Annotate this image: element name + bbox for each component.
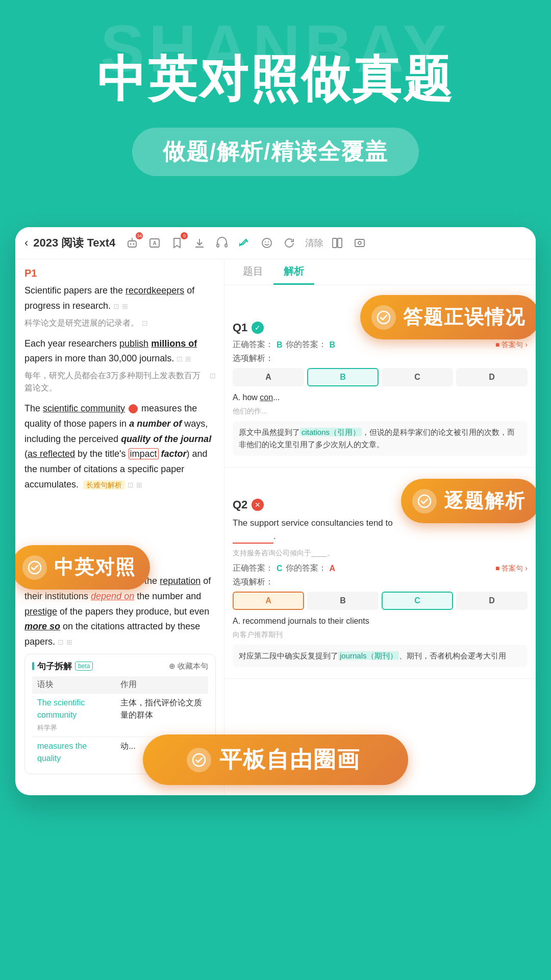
- toolbar-icons: 34 A 0: [123, 234, 527, 252]
- sentence-box-header: 句子拆解 beta ⊕ 收藏本句: [32, 660, 208, 672]
- q1-option-c[interactable]: C: [382, 368, 453, 386]
- q1-your-value: B: [330, 340, 336, 350]
- svg-point-4: [132, 238, 133, 239]
- q1-option-a[interactable]: A: [233, 368, 304, 386]
- q2-num: Q2: [233, 498, 247, 511]
- svg-rect-0: [128, 241, 136, 247]
- tab-analysis[interactable]: 解析: [273, 264, 314, 285]
- svg-point-13: [268, 241, 269, 242]
- svg-point-1: [130, 243, 132, 245]
- audio-icon-button[interactable]: [213, 234, 231, 252]
- hero-section: 中英对照做真题 做题/解析/精读全覆盖: [0, 0, 551, 197]
- correct-answers-check-icon: [371, 305, 396, 330]
- para-p1-text: Scientific papers are the recordkeepers …: [24, 283, 216, 313]
- svg-point-11: [262, 238, 271, 248]
- table-cell-block-1: The scientific community 科学界: [32, 693, 115, 737]
- q2-answer-row: 正确答案： C 你的答案： A ■ 答案句 ›: [233, 563, 528, 574]
- sentence-box-title: 句子拆解 beta: [32, 660, 93, 672]
- svg-point-19: [378, 311, 390, 324]
- table-cell-role-1: 主体，指代评价论文质量的群体: [115, 693, 208, 737]
- screenshot-icon-button[interactable]: [351, 234, 368, 252]
- q2-correct-value: C: [277, 564, 283, 573]
- tab-question[interactable]: 题目: [233, 264, 273, 285]
- table-header-role: 作用: [115, 676, 208, 694]
- q2-correct-label: 正确答案：: [233, 563, 273, 574]
- card-toolbar: ‹ 2023 阅读 Text4 34 A: [15, 227, 536, 259]
- q1-answer-sentence-link[interactable]: ■ 答案句 ›: [495, 340, 528, 350]
- card-body: P1 Scientific papers are the recordkeepe…: [15, 259, 536, 795]
- para-p3-text: The scientific community measures the qu…: [24, 401, 216, 492]
- q2-option-a-translation: 向客户推荐期刊: [233, 630, 528, 640]
- para-p2-translation: 每年，研究人员都会在3万多种期刊上发表数百万篇论文。 ⊡: [24, 370, 216, 394]
- para-p1-label: P1: [24, 267, 216, 279]
- q2-options-label: 选项解析：: [233, 577, 528, 587]
- free-draw-check-icon: [187, 748, 211, 772]
- q2-option-c[interactable]: C: [382, 592, 453, 610]
- para-p1-translation: 科学论文是研究进展的记录者。 ⊡: [24, 317, 216, 329]
- svg-rect-8: [217, 244, 219, 247]
- q1-option-a-text: A. how con...: [233, 391, 528, 404]
- svg-point-17: [358, 241, 361, 244]
- correct-answers-badge: 答题正误情况: [360, 295, 536, 339]
- clear-button[interactable]: 清除: [305, 237, 323, 249]
- svg-rect-14: [333, 238, 337, 248]
- q1-yours-label: 你的答案：: [286, 339, 327, 350]
- cn-en-badge-text: 中英对照: [54, 554, 136, 580]
- svg-point-21: [193, 754, 205, 766]
- beta-badge: beta: [75, 662, 93, 671]
- svg-rect-16: [355, 239, 364, 247]
- svg-point-2: [133, 243, 135, 245]
- step-analysis-badge-text: 逐题解析: [444, 488, 525, 514]
- svg-text:A: A: [153, 240, 157, 246]
- q2-your-value: A: [330, 564, 336, 573]
- hero-subtitle-box: 做题/解析/精读全覆盖: [132, 128, 419, 176]
- table-header-block: 语块: [32, 676, 115, 694]
- emoji-icon-button[interactable]: [258, 234, 276, 252]
- q1-options-label: 选项解析：: [233, 353, 528, 364]
- q1-options-grid: A B C D: [233, 368, 528, 386]
- highlight-icon-button[interactable]: [236, 234, 253, 252]
- q1-explanation: 原文中虽然提到了citations（引用），但说的是科学家们的论文被引用的次数，…: [233, 421, 528, 456]
- q1-correct-value: B: [277, 340, 283, 350]
- cn-en-check-icon: [22, 555, 47, 580]
- download-icon-button[interactable]: [191, 234, 208, 252]
- refresh-icon-button[interactable]: [281, 234, 298, 252]
- text-icon-button[interactable]: A: [146, 234, 163, 252]
- q2-option-a[interactable]: A: [233, 592, 304, 610]
- svg-point-20: [418, 495, 431, 507]
- hero-title: 中英对照做真题: [31, 51, 520, 107]
- right-tabs: 题目 解析: [224, 259, 536, 285]
- ai-icon-button[interactable]: 34: [123, 234, 141, 252]
- q1-option-b[interactable]: B: [307, 368, 379, 386]
- collect-sentence-button[interactable]: ⊕ 收藏本句: [169, 662, 208, 671]
- analysis-column: 题目 解析 答题正误情况 Q1 ✓: [224, 259, 536, 795]
- reading-text-column: P1 Scientific papers are the recordkeepe…: [15, 259, 224, 795]
- svg-rect-9: [225, 244, 227, 247]
- free-draw-badge: 平板自由圈画: [143, 734, 408, 785]
- table-cell-block-2: measures the quality: [32, 737, 115, 768]
- step-analysis-badge: 逐题解析: [401, 479, 536, 523]
- title-bar-decoration: [32, 662, 34, 670]
- column-icon-button[interactable]: [329, 234, 346, 252]
- free-draw-badge-text: 平板自由圈画: [219, 745, 360, 775]
- q2-answer-sentence-link[interactable]: ■ 答案句 ›: [495, 564, 528, 573]
- hero-subtitle: 做题/解析/精读全覆盖: [163, 139, 388, 164]
- q2-options-grid: A B C D: [233, 592, 528, 610]
- cn-en-badge: 中英对照: [15, 545, 150, 590]
- q1-answer-row: 正确答案： B 你的答案： B ■ 答案句 ›: [233, 339, 528, 350]
- q2-explanation: 对应第二段中确实反复提到了journals（期刊）、期刊，否者机构会逻考大引用: [233, 645, 528, 667]
- step-analysis-check-icon: [412, 489, 437, 513]
- back-button[interactable]: ‹: [24, 236, 28, 250]
- q1-num: Q1: [233, 321, 247, 334]
- q1-correct-label: 正确答案：: [233, 339, 273, 350]
- q2-option-d[interactable]: D: [456, 592, 528, 610]
- q2-yours-label: 你的答案：: [286, 563, 327, 574]
- q1-option-d[interactable]: D: [456, 368, 528, 386]
- q2-option-a-text: A. recommend journals to their clients: [233, 615, 528, 627]
- q1-status-icon: ✓: [252, 322, 264, 334]
- q2-option-b[interactable]: B: [307, 592, 379, 610]
- para-p2-text: Each year researchers publish millions o…: [24, 336, 216, 366]
- correct-answers-badge-text: 答题正误情况: [403, 304, 525, 330]
- svg-rect-15: [338, 238, 342, 248]
- bookmark-icon-button[interactable]: 0: [168, 234, 186, 252]
